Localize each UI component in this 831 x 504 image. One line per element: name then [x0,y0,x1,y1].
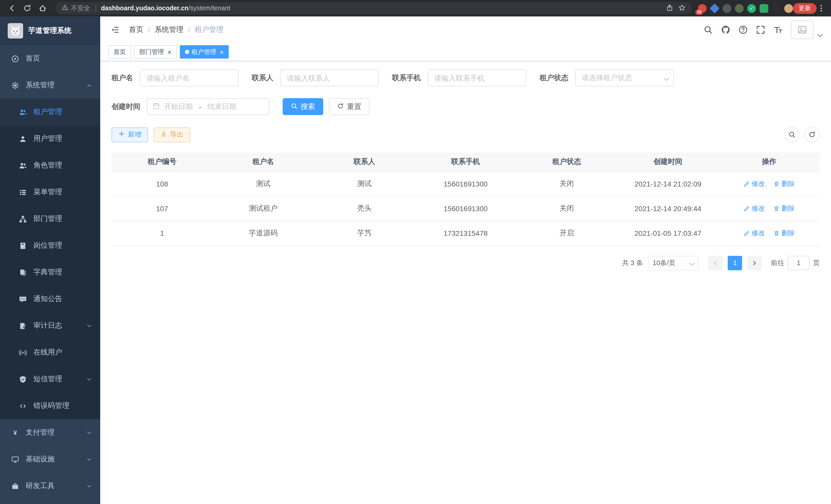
date-range-picker[interactable]: 开始日期 - 结束日期 [147,98,269,115]
sidebar-item-notice[interactable]: 通知公告 [0,286,100,313]
extension-green-check-icon[interactable]: ✓ [747,4,756,12]
sidebar-item-system-management[interactable]: 系统管理 [0,72,100,99]
sidebar-item-sms-management[interactable]: 短信管理 [0,366,100,392]
extension-black-square-icon[interactable] [772,4,781,12]
search-icon [291,102,297,111]
sidebar-item-label: 审计日志 [33,321,62,330]
security-indicator[interactable]: 不安全 [62,4,90,12]
breadcrumb-item-0[interactable]: 首页 [129,25,143,34]
help-icon[interactable] [739,25,748,34]
edit-button[interactable]: 修改 [743,179,765,188]
share-icon[interactable] [666,4,673,12]
address-bar[interactable]: 不安全 dashboard.yudao.iocoder.cn /system/t… [56,2,692,14]
breadcrumb-item-2: 租户管理 [195,25,224,34]
fullscreen-icon[interactable] [756,25,765,34]
sidebar-item-label: 短信管理 [33,375,62,384]
sidebar-item-dict-management[interactable]: 字典管理 [0,259,100,286]
sidebar-item-online-user[interactable]: 在线用户 [0,339,100,366]
browser-home-button[interactable] [36,2,49,15]
message-icon [19,295,27,303]
next-page-button[interactable] [747,256,762,270]
refresh-table-button[interactable] [804,127,820,142]
contact-input[interactable] [280,69,379,86]
search-icon[interactable] [704,25,713,34]
extension-blue-icon[interactable] [710,3,719,13]
book-icon [19,268,27,276]
chevron-down-icon [86,483,92,489]
sidebar-item-pay-management[interactable]: ¥支付管理 [0,419,100,446]
star-icon [678,4,686,11]
bookmark-star-icon[interactable] [678,4,686,12]
sidebar-item-menu-management[interactable]: 菜单管理 [0,179,100,206]
goto-page-input[interactable] [788,256,809,270]
breadcrumb-separator: / [148,26,150,34]
code-icon [19,402,27,410]
browser-refresh-button[interactable] [21,2,34,15]
show-search-button[interactable] [784,127,800,142]
sidebar-item-role-management[interactable]: 角色管理 [0,152,100,179]
sidebar-toggle-icon[interactable] [110,24,121,35]
delete-button[interactable]: 删除 [773,204,795,213]
sidebar-item-label: 菜单管理 [33,187,62,197]
sidebar-item-dev-tools[interactable]: 研发工具 [0,473,100,499]
sidebar-item-post-management[interactable]: 岗位管理 [0,232,100,259]
cell-phone: 17321315478 [415,221,516,245]
reset-button[interactable]: 重置 [329,98,370,115]
font-size-icon[interactable] [773,25,783,34]
export-button[interactable]: 导出 [154,127,190,142]
sidebar-item-user-management[interactable]: 用户管理 [0,125,100,152]
column-header-6: 操作 [718,153,820,172]
cell-name: 芋道源码 [213,221,314,245]
delete-button[interactable]: 删除 [773,179,795,188]
browser-back-button[interactable] [5,2,19,15]
sidebar-item-home[interactable]: 首页 [0,45,100,72]
column-header-2: 联系人 [314,153,415,172]
app-logo[interactable]: 芋道管理系统 [0,17,100,45]
extension-pinwheel-icon[interactable]: 10 [698,4,707,12]
tab-home[interactable]: 首页 [109,45,131,59]
browser-chrome: 不安全 dashboard.yudao.iocoder.cn /system/t… [0,0,831,17]
breadcrumb-item-1[interactable]: 系统管理 [155,25,183,34]
sidebar-item-tenant-management[interactable]: 租户管理 [0,99,100,125]
close-icon[interactable]: × [220,49,224,55]
chevron-down-icon [86,376,92,382]
delete-button[interactable]: 删除 [773,229,795,238]
extension-profile-icon[interactable] [784,4,793,12]
github-icon[interactable] [721,25,730,34]
extension-green-square-icon[interactable] [760,4,768,12]
tenant-name-input[interactable] [140,69,238,86]
sidebar-item-dept-management[interactable]: 部门管理 [0,206,100,232]
search-button[interactable]: 搜索 [283,98,323,115]
page-number-1[interactable]: 1 [728,256,742,270]
date-start: 开始日期 [164,102,193,111]
chevron-down-icon [86,430,92,436]
trash-icon [773,230,779,236]
cell-created: 2021-12-14 21:02:09 [617,172,718,196]
close-icon[interactable]: × [168,49,171,55]
calendar-icon [153,102,160,111]
phone-input[interactable] [428,69,526,86]
date-end: 结束日期 [207,102,236,111]
top-navbar: 首页/系统管理/租户管理 [100,17,831,43]
prev-page-button[interactable] [708,256,722,270]
page-size-select[interactable]: 10条/页 [648,256,698,270]
sidebar-item-infrastructure[interactable]: 基础设施 [0,446,100,473]
edit-icon [743,230,749,236]
edit-button[interactable]: 修改 [743,229,765,238]
browser-update-button[interactable]: 更新 [793,3,816,13]
add-button[interactable]: 新增 [112,127,148,142]
sidebar-item-label: 字典管理 [33,268,62,277]
tab-dept[interactable]: 部门管理× [134,45,176,59]
svg-text:¥: ¥ [13,429,17,436]
edit-button[interactable]: 修改 [743,204,765,213]
extension-dark-circle-icon[interactable] [722,4,731,12]
sidebar-item-audit-log[interactable]: 审计日志 [0,313,100,339]
browser-menu-icon[interactable] [816,3,826,14]
tab-tenant[interactable]: 租户管理× [180,45,229,59]
status-select[interactable]: 请选择租户状态 [575,69,674,86]
user-menu[interactable] [791,21,822,39]
sidebar-item-error-code-management[interactable]: 错误码管理 [0,392,100,419]
kebab-icon [817,4,825,12]
extension-olive-icon[interactable] [735,4,744,12]
caret-down-icon [662,75,671,83]
